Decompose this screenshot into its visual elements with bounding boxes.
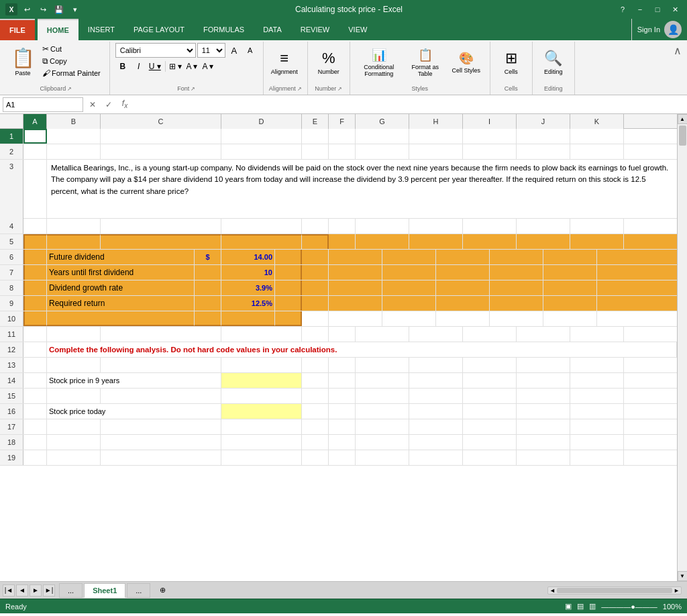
border-btn[interactable]: ⊞ ▾ [168, 59, 183, 74]
cell-a17[interactable] [23, 419, 47, 434]
cell-a7[interactable] [23, 265, 47, 280]
cell-f18[interactable] [329, 435, 356, 450]
cell-dollar-8[interactable] [195, 280, 221, 295]
cell-a14[interactable] [23, 373, 47, 388]
formula-input[interactable] [134, 100, 684, 109]
formula-fx-btn[interactable]: fx [118, 98, 131, 111]
cell-i7[interactable] [436, 265, 490, 280]
cell-e17[interactable] [302, 419, 329, 434]
editing-btn[interactable]: 🔍 Editing [538, 43, 569, 82]
cell-a4[interactable] [23, 219, 47, 234]
cell-c13[interactable] [101, 358, 221, 372]
cell-c10[interactable] [195, 311, 221, 326]
cell-g7[interactable] [329, 265, 382, 280]
cell-j6[interactable] [490, 250, 543, 264]
col-header-c[interactable]: C [101, 114, 221, 129]
cell-label-b6[interactable]: Future dividend [47, 250, 195, 264]
cell-k4[interactable] [570, 219, 624, 234]
formula-cancel-btn[interactable]: ✕ [86, 98, 99, 111]
cell-f17[interactable] [329, 419, 356, 434]
sheet-tab-ellipsis-left[interactable]: ... [59, 583, 83, 598]
h-scroll-track[interactable]: ◄ ► [547, 586, 682, 595]
next-sheet-btn[interactable]: ► [30, 584, 42, 597]
cell-b11[interactable] [47, 327, 101, 342]
cell-dollar-9[interactable] [195, 296, 221, 311]
cell-e15[interactable] [302, 389, 329, 403]
cell-d10[interactable] [221, 311, 275, 326]
col-header-f[interactable]: F [329, 114, 356, 129]
cell-label-b14[interactable]: Stock price in 9 years [47, 373, 221, 388]
zoom-slider[interactable]: ————●——— [601, 603, 657, 611]
cell-e19[interactable] [302, 450, 329, 465]
cell-k9[interactable] [543, 296, 597, 311]
cell-f14[interactable] [329, 373, 356, 388]
close-btn[interactable]: ✕ [668, 3, 682, 16]
cell-c1[interactable] [101, 129, 221, 144]
cell-f9[interactable] [302, 296, 329, 311]
cell-j10[interactable] [490, 311, 543, 326]
cell-h14[interactable] [409, 373, 463, 388]
cell-d19[interactable] [221, 450, 302, 465]
number-btn[interactable]: % Number [313, 43, 344, 82]
cell-j19[interactable] [517, 450, 570, 465]
cell-h19[interactable] [409, 450, 463, 465]
cell-b5[interactable] [47, 234, 101, 249]
paste-button[interactable]: 📋 Paste [8, 43, 38, 81]
number-expand-icon[interactable]: ↗ [337, 86, 342, 92]
font-size-select[interactable]: 11 [197, 43, 225, 58]
cell-h11[interactable] [409, 327, 463, 342]
cell-e4[interactable] [302, 219, 329, 234]
cell-h1[interactable] [409, 129, 463, 144]
alignment-expand-icon[interactable]: ↗ [297, 86, 302, 92]
cell-h8[interactable] [382, 280, 436, 295]
col-header-h[interactable]: H [409, 114, 463, 129]
cell-b19[interactable] [47, 450, 101, 465]
vertical-scrollbar[interactable]: ▲ ▼ [677, 114, 687, 581]
cell-i2[interactable] [463, 144, 517, 159]
tab-review[interactable]: REVIEW [291, 19, 339, 40]
scroll-thumb[interactable] [679, 125, 686, 146]
cell-c4[interactable] [101, 219, 221, 234]
cell-g15[interactable] [356, 389, 409, 403]
cell-g19[interactable] [356, 450, 409, 465]
cell-j13[interactable] [517, 358, 570, 372]
cell-j18[interactable] [517, 435, 570, 450]
col-header-a[interactable]: A [23, 114, 47, 129]
cell-f16[interactable] [329, 404, 356, 419]
cell-i16[interactable] [463, 404, 517, 419]
instruction-cell[interactable]: Complete the following analysis. Do not … [47, 342, 677, 357]
cell-k1[interactable] [570, 129, 624, 144]
col-header-i[interactable]: I [463, 114, 517, 129]
cell-k15[interactable] [570, 389, 624, 403]
cell-a5[interactable] [23, 234, 47, 249]
conditional-formatting-btn[interactable]: 📊 Conditional Formatting [356, 43, 403, 82]
cell-a13[interactable] [23, 358, 47, 372]
cell-b13[interactable] [47, 358, 101, 372]
fill-color-btn[interactable]: A ▾ [184, 59, 199, 74]
clipboard-expand-icon[interactable]: ↗ [67, 86, 72, 92]
cell-g8[interactable] [329, 280, 382, 295]
cell-e1[interactable] [302, 129, 329, 144]
cell-a9[interactable] [23, 296, 47, 311]
italic-button[interactable]: I [131, 59, 146, 74]
cell-c17[interactable] [101, 419, 221, 434]
underline-button[interactable]: U ▾ [148, 59, 162, 74]
cell-d2[interactable] [221, 144, 302, 159]
tab-page-layout[interactable]: PAGE LAYOUT [124, 19, 194, 40]
cell-b18[interactable] [47, 435, 101, 450]
cell-g13[interactable] [356, 358, 409, 372]
cell-d5[interactable] [221, 234, 302, 249]
cell-f19[interactable] [329, 450, 356, 465]
cell-k19[interactable] [570, 450, 624, 465]
view-normal-btn[interactable]: ▣ [565, 602, 572, 611]
col-header-g[interactable]: G [356, 114, 409, 129]
name-box[interactable]: A1 [3, 97, 83, 112]
cell-k8[interactable] [543, 280, 597, 295]
cell-f1[interactable] [329, 129, 356, 144]
cell-styles-btn[interactable]: 🎨 Cell Styles [448, 43, 484, 82]
cell-j1[interactable] [517, 129, 570, 144]
cell-j11[interactable] [517, 327, 570, 342]
cell-e7[interactable] [275, 265, 302, 280]
help-btn[interactable]: ? [616, 3, 629, 16]
font-name-select[interactable]: Calibri [115, 43, 196, 58]
